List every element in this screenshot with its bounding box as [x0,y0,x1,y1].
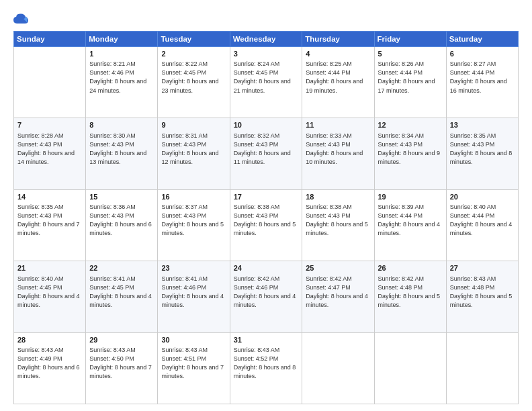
calendar-day-cell: 8Sunrise: 8:30 AMSunset: 4:43 PMDaylight… [86,118,158,189]
day-info: Sunrise: 8:22 AMSunset: 4:45 PMDaylight:… [161,60,226,95]
day-number: 21 [17,263,82,273]
day-info: Sunrise: 8:41 AMSunset: 4:45 PMDaylight:… [89,275,154,310]
day-number: 9 [161,120,226,130]
day-info: Sunrise: 8:43 AMSunset: 4:52 PMDaylight:… [234,346,299,381]
calendar-week-row: 21Sunrise: 8:40 AMSunset: 4:45 PMDayligh… [14,261,519,332]
day-number: 6 [450,49,515,59]
day-number: 22 [89,263,154,273]
day-number: 20 [450,192,515,202]
day-info: Sunrise: 8:31 AMSunset: 4:43 PMDaylight:… [161,132,226,167]
logo [13,12,31,27]
day-info: Sunrise: 8:42 AMSunset: 4:48 PMDaylight:… [378,275,443,310]
day-number: 24 [234,263,299,273]
day-info: Sunrise: 8:43 AMSunset: 4:48 PMDaylight:… [450,275,515,310]
day-info: Sunrise: 8:42 AMSunset: 4:47 PMDaylight:… [306,275,370,310]
day-number: 14 [17,192,82,202]
calendar-day-cell: 4Sunrise: 8:25 AMSunset: 4:44 PMDaylight… [302,47,374,118]
day-info: Sunrise: 8:39 AMSunset: 4:44 PMDaylight:… [378,203,443,238]
calendar-day-cell: 27Sunrise: 8:43 AMSunset: 4:48 PMDayligh… [446,261,518,332]
calendar-day-cell: 26Sunrise: 8:42 AMSunset: 4:48 PMDayligh… [374,261,446,332]
day-info: Sunrise: 8:35 AMSunset: 4:43 PMDaylight:… [450,132,515,167]
calendar-day-cell: 10Sunrise: 8:32 AMSunset: 4:43 PMDayligh… [230,118,302,189]
day-info: Sunrise: 8:43 AMSunset: 4:49 PMDaylight:… [17,346,82,381]
calendar-day-cell: 20Sunrise: 8:40 AMSunset: 4:44 PMDayligh… [446,189,518,261]
day-number: 13 [450,120,515,130]
calendar-day-cell: 16Sunrise: 8:37 AMSunset: 4:43 PMDayligh… [158,189,230,261]
day-info: Sunrise: 8:26 AMSunset: 4:44 PMDaylight:… [378,60,443,95]
day-info: Sunrise: 8:30 AMSunset: 4:43 PMDaylight:… [89,132,154,167]
calendar-page: SundayMondayTuesdayWednesdayThursdayFrid… [0,0,532,411]
calendar-day-cell: 5Sunrise: 8:26 AMSunset: 4:44 PMDaylight… [374,47,446,118]
day-number: 29 [89,335,154,345]
day-number: 5 [378,49,443,59]
calendar-day-cell [374,332,446,404]
day-number: 19 [378,192,443,202]
day-info: Sunrise: 8:40 AMSunset: 4:44 PMDaylight:… [450,203,515,238]
weekday-header: Saturday [446,32,518,47]
day-number: 15 [89,192,154,202]
day-number: 26 [378,263,443,273]
calendar-week-row: 7Sunrise: 8:28 AMSunset: 4:43 PMDaylight… [14,118,519,189]
calendar-day-cell: 25Sunrise: 8:42 AMSunset: 4:47 PMDayligh… [302,261,374,332]
calendar-day-cell: 29Sunrise: 8:43 AMSunset: 4:50 PMDayligh… [86,332,158,404]
calendar-day-cell: 18Sunrise: 8:38 AMSunset: 4:43 PMDayligh… [302,189,374,261]
day-info: Sunrise: 8:25 AMSunset: 4:44 PMDaylight:… [306,60,370,95]
day-info: Sunrise: 8:34 AMSunset: 4:43 PMDaylight:… [378,132,443,167]
calendar-day-cell: 22Sunrise: 8:41 AMSunset: 4:45 PMDayligh… [86,261,158,332]
calendar-day-cell: 28Sunrise: 8:43 AMSunset: 4:49 PMDayligh… [14,332,86,404]
day-info: Sunrise: 8:40 AMSunset: 4:45 PMDaylight:… [17,275,82,310]
calendar-day-cell: 11Sunrise: 8:33 AMSunset: 4:43 PMDayligh… [302,118,374,189]
day-number: 25 [306,263,370,273]
calendar-day-cell [446,332,518,404]
calendar-header-row: SundayMondayTuesdayWednesdayThursdayFrid… [14,32,519,47]
calendar-body: 1Sunrise: 8:21 AMSunset: 4:46 PMDaylight… [14,47,519,404]
day-number: 30 [161,335,226,345]
day-number: 27 [450,263,515,273]
day-number: 12 [378,120,443,130]
calendar-day-cell: 7Sunrise: 8:28 AMSunset: 4:43 PMDaylight… [14,118,86,189]
calendar-day-cell: 1Sunrise: 8:21 AMSunset: 4:46 PMDaylight… [86,47,158,118]
calendar-day-cell: 2Sunrise: 8:22 AMSunset: 4:45 PMDaylight… [158,47,230,118]
day-info: Sunrise: 8:42 AMSunset: 4:46 PMDaylight:… [234,275,299,310]
day-info: Sunrise: 8:43 AMSunset: 4:51 PMDaylight:… [161,346,226,381]
day-number: 18 [306,192,370,202]
calendar-week-row: 28Sunrise: 8:43 AMSunset: 4:49 PMDayligh… [14,332,519,404]
day-number: 1 [89,49,154,59]
logo-icon [13,12,28,27]
calendar-day-cell: 30Sunrise: 8:43 AMSunset: 4:51 PMDayligh… [158,332,230,404]
calendar-day-cell: 3Sunrise: 8:24 AMSunset: 4:45 PMDaylight… [230,47,302,118]
day-info: Sunrise: 8:28 AMSunset: 4:43 PMDaylight:… [17,132,82,167]
day-number: 10 [234,120,299,130]
weekday-header: Tuesday [158,32,230,47]
day-info: Sunrise: 8:21 AMSunset: 4:46 PMDaylight:… [89,60,154,95]
calendar-day-cell: 6Sunrise: 8:27 AMSunset: 4:44 PMDaylight… [446,47,518,118]
day-number: 2 [161,49,226,59]
day-info: Sunrise: 8:36 AMSunset: 4:43 PMDaylight:… [89,203,154,238]
calendar-week-row: 14Sunrise: 8:35 AMSunset: 4:43 PMDayligh… [14,189,519,261]
calendar-day-cell: 31Sunrise: 8:43 AMSunset: 4:52 PMDayligh… [230,332,302,404]
day-info: Sunrise: 8:38 AMSunset: 4:43 PMDaylight:… [234,203,299,238]
calendar-day-cell [302,332,374,404]
header [13,12,519,27]
weekday-header: Thursday [302,32,374,47]
day-number: 4 [306,49,370,59]
day-info: Sunrise: 8:43 AMSunset: 4:50 PMDaylight:… [89,346,154,381]
calendar-day-cell: 23Sunrise: 8:41 AMSunset: 4:46 PMDayligh… [158,261,230,332]
calendar-day-cell: 15Sunrise: 8:36 AMSunset: 4:43 PMDayligh… [86,189,158,261]
day-info: Sunrise: 8:37 AMSunset: 4:43 PMDaylight:… [161,203,226,238]
day-number: 11 [306,120,370,130]
calendar-day-cell: 14Sunrise: 8:35 AMSunset: 4:43 PMDayligh… [14,189,86,261]
calendar-day-cell: 12Sunrise: 8:34 AMSunset: 4:43 PMDayligh… [374,118,446,189]
day-info: Sunrise: 8:24 AMSunset: 4:45 PMDaylight:… [234,60,299,95]
weekday-header: Sunday [14,32,86,47]
calendar-day-cell: 13Sunrise: 8:35 AMSunset: 4:43 PMDayligh… [446,118,518,189]
day-info: Sunrise: 8:32 AMSunset: 4:43 PMDaylight:… [234,132,299,167]
day-number: 17 [234,192,299,202]
calendar-day-cell: 24Sunrise: 8:42 AMSunset: 4:46 PMDayligh… [230,261,302,332]
calendar-day-cell [14,47,86,118]
calendar-day-cell: 21Sunrise: 8:40 AMSunset: 4:45 PMDayligh… [14,261,86,332]
day-number: 28 [17,335,82,345]
day-info: Sunrise: 8:38 AMSunset: 4:43 PMDaylight:… [306,203,370,238]
day-info: Sunrise: 8:27 AMSunset: 4:44 PMDaylight:… [450,60,515,95]
calendar-day-cell: 19Sunrise: 8:39 AMSunset: 4:44 PMDayligh… [374,189,446,261]
